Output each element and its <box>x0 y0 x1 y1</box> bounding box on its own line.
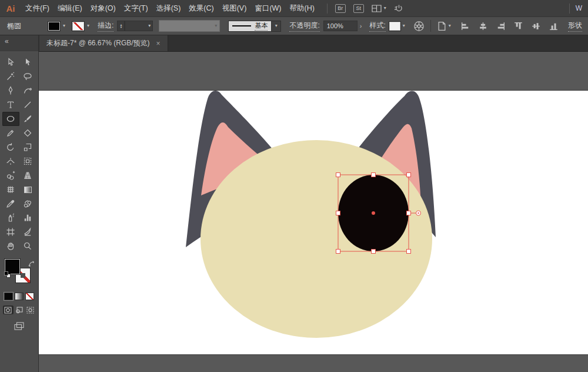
change-screen-mode-button[interactable] <box>14 322 24 333</box>
stroke-color-control[interactable]: ▾ <box>72 22 89 31</box>
menu-item-3[interactable]: 文字(T) <box>121 4 151 14</box>
menu-item-5[interactable]: 效果(C) <box>186 4 216 14</box>
eyedropper-tool[interactable] <box>2 197 19 211</box>
menu-item-8[interactable]: 帮助(H) <box>287 4 318 14</box>
selection-handle[interactable] <box>336 173 340 177</box>
canvas-area[interactable] <box>39 52 588 372</box>
symbol-sprayer-tool[interactable] <box>2 211 19 225</box>
type-tool[interactable] <box>2 98 19 112</box>
column-graph-tool[interactable] <box>19 211 36 225</box>
shaper-tool[interactable] <box>19 126 36 140</box>
opacity-input[interactable]: 100% <box>323 21 358 31</box>
align-group <box>460 21 559 31</box>
selection-handle[interactable] <box>336 250 340 254</box>
stroke-weight-stepper[interactable]: ▲▼ <box>117 21 125 31</box>
menu-item-2[interactable]: 对象(O) <box>88 4 119 14</box>
line-segment-tool[interactable] <box>19 98 36 112</box>
mesh-tool[interactable] <box>2 182 19 197</box>
magic-wand-tool[interactable] <box>2 69 19 84</box>
workspace-switcher-icon[interactable]: ▾ <box>372 5 386 12</box>
pencil-tool[interactable] <box>2 126 19 140</box>
document-tab[interactable]: 未标题-7* @ 66.67% (RGB/预览) × <box>39 35 168 51</box>
shape-builder-tool[interactable] <box>2 168 19 182</box>
menu-item-4[interactable]: 选择(S) <box>153 4 184 14</box>
direct-selection-tool[interactable] <box>19 55 36 69</box>
align-right-icon[interactable] <box>496 21 506 31</box>
opacity-panel-arrow[interactable]: › <box>360 22 362 29</box>
stock-icon[interactable]: St <box>353 4 364 13</box>
brush-definition-control[interactable]: 基本 ▾ <box>228 21 281 32</box>
clipped-right-text: W <box>576 4 582 12</box>
selection-tool[interactable] <box>2 55 19 69</box>
default-fill-stroke-icon[interactable] <box>4 271 11 278</box>
fill-color-swatch[interactable] <box>48 22 60 31</box>
style-label[interactable]: 样式: <box>369 21 385 32</box>
graphic-style-control[interactable]: ▾ <box>389 22 405 31</box>
selection-handle[interactable] <box>372 173 376 177</box>
opacity-label[interactable]: 不透明度: <box>289 21 319 32</box>
selection-handle[interactable] <box>372 250 376 254</box>
drawing-modes-row <box>3 305 36 314</box>
menu-item-7[interactable]: 窗口(W) <box>252 4 284 14</box>
gradient-tool[interactable] <box>19 182 36 197</box>
artboard-tool[interactable] <box>2 225 19 239</box>
recolor-artwork-icon[interactable] <box>413 21 425 32</box>
color-button[interactable] <box>4 293 13 300</box>
stroke-label[interactable]: 描边: <box>98 21 113 32</box>
curvature-tool[interactable] <box>19 84 36 98</box>
panel-collapse-button[interactable]: « <box>0 35 38 51</box>
divider <box>327 4 328 14</box>
pen-tool[interactable] <box>2 84 19 98</box>
brush-name-label[interactable]: 基本 <box>255 21 268 31</box>
rotate-tool[interactable] <box>2 140 19 154</box>
swap-fill-stroke-icon[interactable] <box>28 259 35 270</box>
graphic-style-swatch[interactable] <box>389 22 400 31</box>
align-top-icon[interactable] <box>513 21 523 31</box>
document-setup-icon[interactable]: ▾ <box>437 21 451 31</box>
menu-bar: Ai 文件(F)编辑(E)对象(O)文字(T)选择(S)效果(C)视图(V)窗口… <box>0 0 588 16</box>
brush-preview[interactable]: 基本 <box>228 21 272 32</box>
selection-handle[interactable] <box>407 250 411 254</box>
blend-tool[interactable] <box>19 197 36 211</box>
brush-dropdown-button[interactable]: ▾ <box>272 21 281 32</box>
selection-center-point[interactable] <box>372 211 375 215</box>
menu-item-1[interactable]: 编辑(E) <box>55 4 85 14</box>
align-left-icon[interactable] <box>460 21 470 31</box>
slice-tool[interactable] <box>19 225 36 239</box>
menu-item-0[interactable]: 文件(F) <box>22 4 52 14</box>
align-middle-vertical-icon[interactable] <box>531 21 541 31</box>
bridge-icon[interactable]: Br <box>335 4 346 13</box>
divider <box>430 20 431 32</box>
selection-handle[interactable] <box>407 211 411 215</box>
selection-handle[interactable] <box>407 173 411 177</box>
gradient-button[interactable] <box>15 293 24 300</box>
menu-items: 文件(F)编辑(E)对象(O)文字(T)选择(S)效果(C)视图(V)窗口(W)… <box>21 4 319 14</box>
stroke-weight-dropdown[interactable]: ▾ <box>125 21 153 31</box>
draw-inside-button[interactable] <box>25 305 36 314</box>
none-button[interactable] <box>25 293 34 300</box>
scale-tool[interactable] <box>19 140 36 154</box>
ellipse-tool[interactable] <box>2 112 19 126</box>
hand-tool[interactable] <box>2 239 19 253</box>
draw-normal-button[interactable] <box>3 305 14 314</box>
zoom-tool[interactable] <box>19 239 36 253</box>
fill-color-control[interactable]: ▾ <box>48 22 65 31</box>
power-sync-icon[interactable] <box>394 4 403 12</box>
stroke-none-swatch[interactable] <box>72 22 84 31</box>
width-tool[interactable] <box>2 154 19 168</box>
tab-close-icon[interactable]: × <box>156 39 161 48</box>
paintbrush-tool[interactable] <box>19 112 36 126</box>
shape-label[interactable]: 形状 <box>568 21 582 32</box>
perspective-grid-tool[interactable] <box>19 168 36 182</box>
menu-item-6[interactable]: 视图(V) <box>219 4 250 14</box>
selection-handle[interactable] <box>336 211 340 215</box>
variable-width-dropdown: ▾ <box>159 20 220 32</box>
lasso-tool[interactable] <box>19 69 36 84</box>
align-center-horizontal-icon[interactable] <box>478 21 488 31</box>
document-tab-bar: 未标题-7* @ 66.67% (RGB/预览) × <box>39 35 588 52</box>
align-bottom-icon[interactable] <box>549 21 559 31</box>
free-transform-tool[interactable] <box>19 154 36 168</box>
divider <box>569 4 570 14</box>
draw-behind-button[interactable] <box>14 305 25 314</box>
tools-panel: « <box>0 35 39 372</box>
